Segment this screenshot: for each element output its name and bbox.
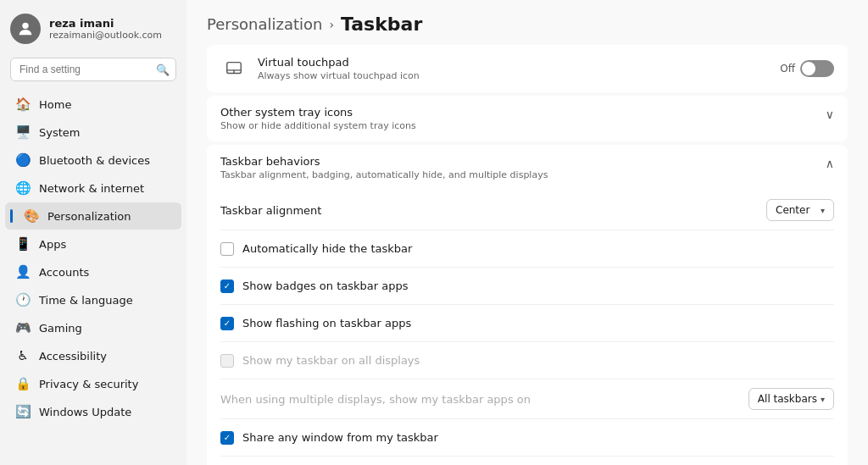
multiple-display-row: When using multiple displays, show my ta… <box>220 379 834 418</box>
share-window-label: Share any window from my taskbar <box>242 431 834 444</box>
sidebar-item-apps[interactable]: 📱Apps <box>5 230 181 257</box>
sidebar-item-label-personalization: Personalization <box>47 210 131 223</box>
sidebar-item-windows-update[interactable]: 🔄Windows Update <box>5 398 181 425</box>
active-indicator <box>10 209 13 223</box>
sidebar: reza imani rezaimani@outlook.com 🔍 🏠Home… <box>0 0 186 465</box>
user-info: reza imani rezaimani@outlook.com <box>49 17 162 41</box>
taskbar-behaviors-card: Taskbar behaviors Taskbar alignment, bad… <box>207 145 848 465</box>
sidebar-item-label-system: System <box>39 126 80 139</box>
virtual-touchpad-card: Virtual touchpad Always show virtual tou… <box>207 45 848 92</box>
personalization-icon: 🎨 <box>24 208 39 224</box>
behaviors-header[interactable]: Taskbar behaviors Taskbar alignment, bad… <box>207 145 848 191</box>
multiple-display-value: All taskbars <box>758 393 817 405</box>
sidebar-item-home[interactable]: 🏠Home <box>5 91 181 118</box>
search-box[interactable]: 🔍 <box>10 58 176 81</box>
windows-update-icon: 🔄 <box>15 404 31 419</box>
behaviors-chevron: ∧ <box>826 157 834 170</box>
touchpad-subtitle: Always show virtual touchpad icon <box>258 70 780 81</box>
show-badges-label: Show badges on taskbar apps <box>242 280 834 292</box>
other-tray-card: Other system tray icons Show or hide add… <box>207 96 848 141</box>
page-title: Taskbar <box>341 14 422 35</box>
sidebar-item-network[interactable]: 🌐Network & internet <box>5 174 181 202</box>
sidebar-item-label-gaming: Gaming <box>39 322 82 335</box>
other-tray-title: Other system tray icons <box>220 106 416 119</box>
sidebar-item-personalization[interactable]: 🎨Personalization <box>5 202 181 230</box>
sidebar-item-label-network: Network & internet <box>39 182 144 195</box>
sidebar-item-accessibility[interactable]: ♿Accessibility <box>5 342 181 369</box>
show-flashing-label: Show flashing on taskbar apps <box>242 317 834 329</box>
user-name: reza imani <box>49 17 162 30</box>
user-email: rezaimani@outlook.com <box>49 30 162 41</box>
sidebar-item-label-accounts: Accounts <box>39 266 89 279</box>
touchpad-toggle-label: Off <box>780 63 795 75</box>
svg-point-0 <box>22 23 28 29</box>
share-window-checkbox[interactable] <box>220 431 234 445</box>
touchpad-toggle-container: Off <box>780 60 834 77</box>
behaviors-text: Taskbar behaviors Taskbar alignment, bad… <box>220 155 548 180</box>
sidebar-item-label-accessibility: Accessibility <box>39 350 107 363</box>
share-window-row: Share any window from my taskbar <box>220 418 834 456</box>
sidebar-item-label-windows-update: Windows Update <box>39 406 131 418</box>
sidebar-item-privacy[interactable]: 🔒Privacy & security <box>5 370 181 397</box>
alignment-value: Center <box>776 204 810 216</box>
time-icon: 🕐 <box>15 292 31 307</box>
auto-hide-row: Automatically hide the taskbar <box>220 230 834 267</box>
multiple-display-label: When using multiple displays, show my ta… <box>220 393 748 406</box>
search-input[interactable] <box>10 58 176 81</box>
sidebar-item-label-bluetooth: Bluetooth & devices <box>39 154 150 167</box>
sidebar-item-label-home: Home <box>39 98 71 111</box>
other-tray-header[interactable]: Other system tray icons Show or hide add… <box>207 96 848 141</box>
user-profile[interactable]: reza imani rezaimani@outlook.com <box>0 0 186 54</box>
avatar <box>10 14 41 44</box>
all-displays-row: Show my taskbar on all displays <box>220 341 834 379</box>
multiple-display-dropdown[interactable]: All taskbars ▾ <box>748 388 834 410</box>
touchpad-title: Virtual touchpad <box>258 56 780 69</box>
auto-hide-checkbox[interactable] <box>220 242 234 256</box>
toggle-thumb <box>802 62 815 75</box>
main-content: Personalization › Taskbar Virtual touchp… <box>186 0 868 465</box>
alignment-row: Taskbar alignment Center ▾ <box>220 191 834 230</box>
other-tray-subtitle: Show or hide additional system tray icon… <box>220 120 416 131</box>
network-icon: 🌐 <box>15 180 31 196</box>
accounts-icon: 👤 <box>15 264 31 280</box>
sidebar-item-bluetooth[interactable]: 🔵Bluetooth & devices <box>5 147 181 174</box>
sidebar-item-label-privacy: Privacy & security <box>39 378 138 390</box>
behaviors-content: Taskbar alignment Center ▾ Automatically… <box>207 191 848 465</box>
other-tray-chevron: ∨ <box>826 108 834 121</box>
show-flashing-row: Show flashing on taskbar apps <box>220 304 834 341</box>
touchpad-toggle[interactable] <box>800 60 834 77</box>
far-corner-row: Select the far corner of the taskbar to … <box>220 456 834 465</box>
auto-hide-label: Automatically hide the taskbar <box>242 242 834 255</box>
breadcrumb[interactable]: Personalization <box>207 15 322 33</box>
touchpad-text: Virtual touchpad Always show virtual tou… <box>258 56 780 81</box>
bluetooth-icon: 🔵 <box>15 152 31 168</box>
home-icon: 🏠 <box>15 97 31 112</box>
behaviors-title: Taskbar behaviors <box>220 155 548 168</box>
show-badges-row: Show badges on taskbar apps <box>220 267 834 304</box>
all-displays-label: Show my taskbar on all displays <box>242 354 834 367</box>
system-icon: 🖥️ <box>15 125 31 140</box>
accessibility-icon: ♿ <box>15 348 31 363</box>
touchpad-icon <box>220 55 248 82</box>
sidebar-item-label-apps: Apps <box>39 238 66 251</box>
alignment-dropdown[interactable]: Center ▾ <box>766 199 834 221</box>
sidebar-item-system[interactable]: 🖥️System <box>5 119 181 146</box>
gaming-icon: 🎮 <box>15 320 31 335</box>
all-displays-checkbox[interactable] <box>220 354 234 368</box>
alignment-dropdown-arrow: ▾ <box>821 206 825 215</box>
search-icon: 🔍 <box>156 64 170 76</box>
show-badges-checkbox[interactable] <box>220 280 234 293</box>
sidebar-item-time[interactable]: 🕐Time & language <box>5 286 181 313</box>
page-header: Personalization › Taskbar <box>186 0 868 45</box>
sidebar-item-accounts[interactable]: 👤Accounts <box>5 258 181 285</box>
virtual-touchpad-row: Virtual touchpad Always show virtual tou… <box>207 45 848 92</box>
sidebar-item-gaming[interactable]: 🎮Gaming <box>5 314 181 341</box>
privacy-icon: 🔒 <box>15 376 31 391</box>
show-flashing-checkbox[interactable] <box>220 317 234 330</box>
other-tray-text: Other system tray icons Show or hide add… <box>220 106 416 131</box>
breadcrumb-chevron: › <box>329 18 334 31</box>
multiple-display-dropdown-arrow: ▾ <box>821 395 825 404</box>
alignment-label: Taskbar alignment <box>220 204 766 217</box>
behaviors-subtitle: Taskbar alignment, badging, automaticall… <box>220 169 548 180</box>
apps-icon: 📱 <box>15 236 31 252</box>
